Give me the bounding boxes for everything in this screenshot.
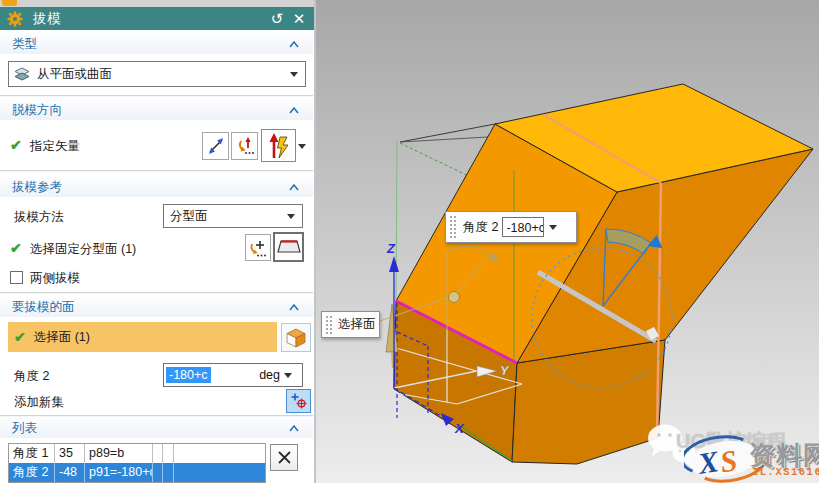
reverse-direction-button[interactable] <box>202 132 229 160</box>
gear-icon <box>7 11 23 27</box>
add-new-set-label: 添加新集 <box>14 394 64 411</box>
delete-x-icon <box>277 450 292 465</box>
chevron-up-icon[interactable] <box>289 107 299 114</box>
vector-dialog-button[interactable] <box>231 132 258 160</box>
check-icon: ✔ <box>10 240 22 256</box>
point-plus-icon <box>248 238 268 258</box>
angle-value-selected: -180+c <box>166 367 211 383</box>
row-empty-cell <box>163 444 174 463</box>
dialog-titlebar[interactable]: 拔模 ↺ ✕ <box>0 7 314 30</box>
row-formula-cell: p91=-180+c <box>85 463 153 482</box>
watermark-site-url: ZL.XS1616.COM <box>752 466 819 478</box>
parting-plane-button[interactable] <box>273 232 304 262</box>
toolbar-icon-fragment <box>2 0 17 6</box>
inferred-vector-icon <box>266 132 292 160</box>
section-list[interactable]: 列表 <box>0 418 313 438</box>
check-icon: ✔ <box>14 329 26 345</box>
angle-unit[interactable]: deg <box>259 368 280 382</box>
face-select-button[interactable] <box>281 323 311 352</box>
section-faces-to-draft[interactable]: 要拔模的面 <box>0 297 313 317</box>
section-draft-direction[interactable]: 脱模方向 <box>0 100 313 120</box>
sphere-handle[interactable] <box>449 292 460 303</box>
row-label-cell: 角度 2 <box>9 463 55 482</box>
section-faces-to-draft-label: 要拔模的面 <box>12 299 75 316</box>
draft-method-value: 分型面 <box>164 208 287 225</box>
section-draft-references-label: 拔模参考 <box>12 179 62 196</box>
row-label-cell: 角度 1 <box>9 444 55 463</box>
add-new-set-button[interactable] <box>286 389 311 413</box>
row-value-cell: -48 <box>55 463 85 482</box>
parting-plane-icon <box>277 238 301 256</box>
z-axis-label: Z <box>386 241 396 256</box>
check-icon: ✔ <box>10 137 22 153</box>
draft-method-label: 拔模方法 <box>14 209 64 226</box>
draft-method-combo[interactable]: 分型面 <box>163 204 303 228</box>
chevron-up-icon[interactable] <box>289 184 299 191</box>
onscreen-angle-field[interactable]: -180+c <box>502 217 544 237</box>
drag-handle-icon[interactable] <box>449 215 458 239</box>
row-empty-cell <box>174 463 265 482</box>
unit-dropdown-arrow-icon[interactable] <box>284 373 292 378</box>
chevron-up-icon[interactable] <box>289 304 299 311</box>
x-axis-label: X <box>454 421 465 436</box>
row-empty-cell <box>174 444 265 463</box>
reset-button[interactable]: ↺ <box>266 9 288 29</box>
row-value-cell: 35 <box>55 444 85 463</box>
section-draft-direction-label: 脱模方向 <box>12 102 62 119</box>
y-axis-label: Y <box>500 363 510 378</box>
cube-icon <box>285 327 307 349</box>
vector-dialog-icon <box>235 136 255 156</box>
draft-solid[interactable] <box>394 84 813 464</box>
section-type-label: 类型 <box>12 36 37 53</box>
angle-label: 角度 2 <box>14 368 49 385</box>
section-type[interactable]: 类型 <box>0 34 313 54</box>
drag-handle-icon[interactable] <box>325 315 334 334</box>
chevron-up-icon[interactable] <box>289 425 299 432</box>
select-face-row[interactable]: ✔ 选择面 (1) <box>8 322 277 352</box>
dropdown-arrow-icon <box>290 72 298 77</box>
add-set-icon <box>290 392 308 410</box>
type-combo[interactable]: 从平面或曲面 <box>8 61 306 87</box>
remove-row-button[interactable] <box>270 444 298 471</box>
fixed-parting-label: 选择固定分型面 (1) <box>30 241 136 258</box>
section-draft-references[interactable]: 拔模参考 <box>0 177 313 197</box>
angle-input[interactable]: -180+c deg <box>163 363 303 387</box>
nx-application: 拔模 ↺ ✕ 类型 从平面或曲面 脱模方向 ✔ 指定矢量 <box>0 0 819 483</box>
angle-list-table: 角度 1 35 p89=b 角度 2 -48 p91=-180+c <box>8 443 266 483</box>
type-combo-value: 从平面或曲面 <box>31 66 290 83</box>
select-face-tooltip[interactable]: 选择面 <box>321 311 380 338</box>
z-axis-arrow-icon[interactable] <box>389 256 399 272</box>
table-row[interactable]: 角度 1 35 p89=b <box>9 444 265 463</box>
reverse-direction-icon <box>206 136 226 156</box>
toolbar-strip <box>0 0 314 7</box>
section-list-label: 列表 <box>12 420 37 437</box>
point-dialog-button[interactable] <box>245 234 271 261</box>
onscreen-angle-value: -180+c <box>506 221 544 235</box>
vector-options-arrow-icon[interactable] <box>298 144 306 149</box>
select-face-tooltip-label: 选择面 <box>338 316 376 333</box>
both-sides-checkbox[interactable] <box>10 271 23 284</box>
row-empty-cell <box>153 444 163 463</box>
dialog-title: 拔模 <box>33 10 62 28</box>
viewport-3d[interactable]: Z Y X 角度 2 -180+c 选择面 <box>316 0 819 483</box>
row-empty-cell <box>153 463 163 482</box>
row-empty-cell <box>163 463 174 482</box>
row-formula-cell: p89=b <box>85 444 153 463</box>
table-row-selected[interactable]: 角度 2 -48 p91=-180+c <box>9 463 265 482</box>
draft-dialog: 拔模 ↺ ✕ 类型 从平面或曲面 脱模方向 ✔ 指定矢量 <box>0 0 316 483</box>
close-button[interactable]: ✕ <box>288 9 310 29</box>
specify-vector-label: 指定矢量 <box>30 138 80 155</box>
chevron-up-icon[interactable] <box>289 41 299 48</box>
onscreen-angle-label: 角度 2 <box>463 219 498 236</box>
onscreen-dropdown-arrow-icon[interactable] <box>549 225 557 230</box>
inferred-vector-button[interactable] <box>261 129 296 162</box>
dropdown-arrow-icon <box>287 214 295 219</box>
plane-or-surface-icon <box>14 67 31 82</box>
select-face-label: 选择面 (1) <box>34 329 90 346</box>
both-sides-label: 两侧拔模 <box>30 270 80 287</box>
onscreen-angle-input[interactable]: 角度 2 -180+c <box>445 211 577 243</box>
